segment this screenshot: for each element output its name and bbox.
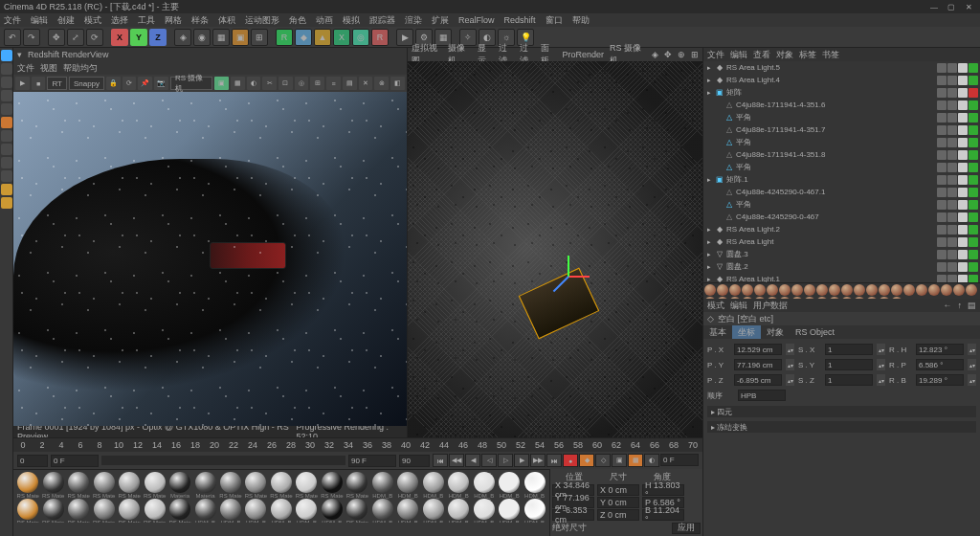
attr-field[interactable]: 12.529 cm bbox=[734, 344, 782, 355]
texture-tag[interactable] bbox=[854, 284, 865, 296]
object-tag[interactable] bbox=[958, 163, 968, 172]
nav-back-icon[interactable]: ← bbox=[944, 301, 952, 310]
redshift-btn[interactable]: R bbox=[371, 29, 389, 46]
material-slot[interactable]: HDM_B bbox=[243, 499, 268, 523]
object-tag[interactable] bbox=[969, 100, 978, 110]
object-tag[interactable] bbox=[969, 125, 978, 135]
object-tag[interactable] bbox=[969, 275, 978, 284]
material-slot[interactable]: HDM_B bbox=[395, 472, 420, 499]
end-frame-f[interactable]: 90 F bbox=[348, 455, 396, 467]
object-tag[interactable] bbox=[947, 113, 957, 123]
menu-item[interactable]: 帮助 bbox=[572, 14, 590, 27]
rotate-tool[interactable]: ⟳ bbox=[86, 29, 103, 46]
object-tag[interactable] bbox=[969, 163, 978, 172]
material-slot[interactable]: Materia bbox=[192, 472, 217, 499]
mode-object[interactable] bbox=[1, 63, 12, 75]
object-tag[interactable] bbox=[958, 175, 968, 185]
menu-item[interactable]: 运动图形 bbox=[245, 14, 279, 27]
texture-tag[interactable] bbox=[704, 284, 716, 296]
tool-icon[interactable]: ▤ bbox=[343, 77, 357, 90]
material-slot[interactable]: RS Mate bbox=[142, 499, 167, 523]
object-tag[interactable] bbox=[958, 188, 968, 197]
object-tag[interactable] bbox=[969, 237, 978, 247]
object-tag[interactable] bbox=[947, 200, 957, 210]
object-tag[interactable] bbox=[947, 175, 957, 185]
axis-x-button[interactable]: X bbox=[111, 29, 128, 46]
menu-item[interactable]: 窗口 bbox=[546, 14, 563, 27]
material-slot[interactable]: HDM_B bbox=[471, 499, 496, 523]
object-row[interactable]: △C4ju88e-4245290-0-467.1 bbox=[703, 186, 980, 198]
texture-tag[interactable] bbox=[916, 284, 927, 296]
tool-icon[interactable]: ⊗ bbox=[374, 77, 389, 90]
tool-icon[interactable]: ◧ bbox=[390, 77, 405, 90]
tool-icon[interactable]: ⊞ bbox=[310, 77, 324, 90]
object-tag[interactable] bbox=[947, 250, 957, 259]
object-tag[interactable] bbox=[958, 237, 968, 247]
tool-icon[interactable]: ⊡ bbox=[278, 77, 293, 90]
object-tag[interactable] bbox=[937, 212, 947, 222]
material-slot[interactable]: RS Mate bbox=[15, 499, 40, 523]
object-row[interactable]: △平角 bbox=[703, 111, 980, 123]
object-tag[interactable] bbox=[958, 113, 968, 123]
texture-tag[interactable] bbox=[966, 284, 977, 296]
attr-field[interactable]: 1 bbox=[825, 359, 873, 370]
object-tag[interactable] bbox=[947, 163, 957, 172]
object-tag[interactable] bbox=[958, 138, 968, 147]
tool-icon[interactable]: ≡ bbox=[326, 77, 341, 90]
tool-btn[interactable]: ▲ bbox=[314, 29, 331, 46]
attr-section-header[interactable]: ▸ 四元 bbox=[707, 406, 976, 417]
menu-item[interactable]: 角色 bbox=[289, 14, 306, 27]
object-row[interactable]: △C4ju88e-1711941-4-351.8 bbox=[703, 148, 980, 161]
material-slot[interactable]: HDM_B bbox=[269, 499, 294, 523]
object-tag[interactable] bbox=[937, 188, 947, 197]
material-slot[interactable]: RS Mate bbox=[269, 472, 294, 499]
tool-btn[interactable]: ▣ bbox=[232, 29, 249, 46]
mode-btn[interactable] bbox=[1, 144, 12, 155]
material-slot[interactable]: RS Mate bbox=[40, 472, 65, 499]
object-tag[interactable] bbox=[969, 113, 978, 123]
object-tag[interactable] bbox=[937, 113, 947, 123]
tool-btn[interactable]: ◉ bbox=[193, 29, 211, 46]
object-tag[interactable] bbox=[947, 188, 957, 197]
object-tag[interactable] bbox=[958, 63, 968, 73]
texture-tag[interactable] bbox=[953, 284, 965, 296]
material-slot[interactable]: HDM_B bbox=[446, 499, 471, 523]
renderview-menu-item[interactable]: 文件 bbox=[17, 62, 34, 75]
attr-field[interactable]: -6.895 cm bbox=[734, 374, 782, 386]
object-row[interactable]: △C4ju88e-4245290-0-467 bbox=[703, 211, 980, 223]
redo-button[interactable]: ↷ bbox=[23, 29, 40, 46]
object-tag[interactable] bbox=[937, 175, 947, 185]
object-tag[interactable] bbox=[947, 76, 957, 85]
spinner[interactable]: ▴▾ bbox=[968, 344, 976, 355]
object-tag[interactable] bbox=[947, 237, 957, 247]
camera-icon[interactable]: 📷 bbox=[154, 77, 168, 90]
record-button[interactable]: ● bbox=[563, 454, 578, 467]
material-slot[interactable]: HDM_B bbox=[370, 472, 395, 499]
viewport-menu-item[interactable]: ProRender bbox=[563, 50, 605, 59]
object-tag[interactable] bbox=[958, 250, 968, 259]
viewport-nav-icon[interactable]: ⊞ bbox=[691, 50, 699, 59]
object-row[interactable]: △平角 bbox=[703, 136, 980, 148]
grid-icon[interactable]: ▦ bbox=[231, 77, 245, 90]
object-tag[interactable] bbox=[947, 225, 957, 234]
material-slot[interactable]: HDM_B bbox=[471, 472, 496, 499]
material-slot[interactable]: RS Mate bbox=[243, 472, 268, 499]
object-row[interactable]: ▸◆RS Area Light.2 bbox=[703, 223, 980, 235]
object-tree[interactable]: ▸◆RS Area Light.5▸◆RS Area Light.4▸▣矩阵△C… bbox=[703, 61, 980, 283]
undo-button[interactable]: ↶ bbox=[4, 29, 21, 46]
texture-tag[interactable] bbox=[903, 284, 915, 296]
viewport-nav-icon[interactable]: ✥ bbox=[664, 50, 672, 59]
obj-tab[interactable]: 编辑 bbox=[730, 49, 747, 61]
object-tag[interactable] bbox=[958, 200, 968, 210]
object-tag[interactable] bbox=[947, 88, 957, 98]
texture-tag[interactable] bbox=[767, 284, 778, 296]
object-tag[interactable] bbox=[969, 188, 978, 197]
spinner[interactable]: ▴▾ bbox=[786, 359, 794, 370]
mode-point[interactable] bbox=[1, 90, 12, 101]
material-slot[interactable]: RS Mate bbox=[345, 499, 369, 523]
mode-texture[interactable] bbox=[1, 130, 12, 142]
texture-tag[interactable] bbox=[729, 284, 741, 296]
material-slot[interactable]: HDM_B bbox=[192, 499, 217, 523]
play-back-button[interactable]: ◁ bbox=[481, 454, 497, 467]
next-frame-button[interactable]: ▶ bbox=[514, 454, 529, 467]
